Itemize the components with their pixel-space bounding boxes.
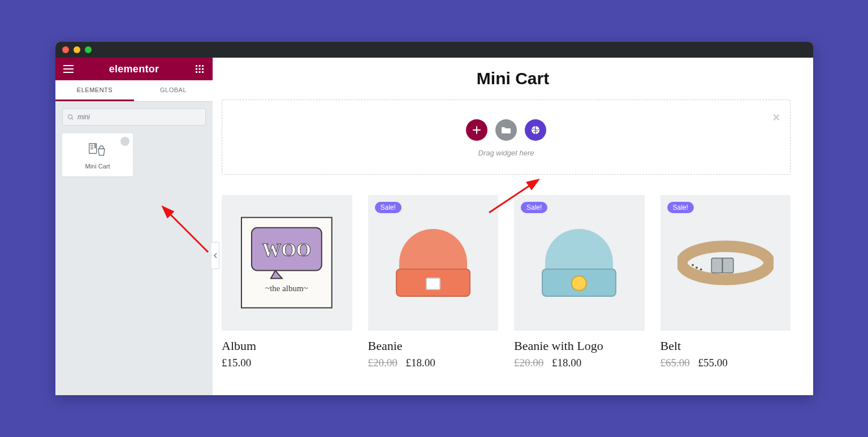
sidebar-header: elementor (55, 58, 213, 80)
search-input[interactable] (77, 113, 201, 121)
sidebar-tabs: ELEMENTS GLOBAL (55, 80, 213, 102)
svg-point-9 (68, 114, 72, 118)
beanie-illustration (399, 229, 467, 297)
window-titlebar (55, 42, 813, 58)
product-price: £15.00 (222, 357, 352, 369)
price-current: £55.00 (698, 357, 728, 369)
price-current: £15.00 (222, 357, 251, 369)
product-thumbnail: Sale! (660, 195, 791, 331)
svg-text:~the album~: ~the album~ (265, 284, 308, 293)
page-title: Mini Cart (213, 58, 813, 96)
widget-label: Mini Cart (67, 163, 128, 170)
product-card[interactable]: Sale! Beanie with Logo £20.00 £18.00 (514, 195, 645, 369)
product-card[interactable]: Sale! Belt £65.00 £55.00 (660, 195, 791, 369)
price-current: £18.00 (552, 357, 581, 369)
widget-mini-cart[interactable]: Mini Cart (62, 133, 133, 176)
svg-rect-3 (196, 68, 197, 70)
svg-point-12 (94, 145, 95, 145)
svg-rect-4 (198, 68, 200, 70)
svg-rect-7 (198, 71, 200, 73)
svg-rect-2 (202, 65, 204, 67)
svg-rect-0 (196, 65, 197, 67)
svg-point-13 (94, 146, 95, 146)
svg-line-10 (72, 118, 74, 120)
price-old: £20.00 (514, 357, 543, 369)
product-thumbnail: Sale! (514, 195, 645, 331)
brand-logo: elementor (109, 63, 159, 75)
product-price: £65.00 £55.00 (660, 357, 791, 369)
close-icon[interactable]: × (772, 110, 780, 125)
content-area: elementor ELEMENTS GLOBAL (55, 58, 813, 395)
product-price: £20.00 £18.00 (368, 357, 499, 369)
mini-cart-icon (67, 142, 128, 157)
sidebar-body: Mini Cart (55, 102, 213, 183)
maximize-window-icon[interactable] (85, 46, 92, 53)
product-thumbnail: Sale! (368, 195, 499, 331)
plus-icon (472, 126, 481, 135)
svg-point-27 (696, 267, 698, 269)
add-template-button[interactable] (495, 119, 517, 141)
svg-rect-8 (202, 71, 204, 73)
editor-sidebar: elementor ELEMENTS GLOBAL (55, 58, 213, 395)
svg-point-26 (700, 269, 702, 271)
product-price: £20.00 £18.00 (514, 357, 645, 369)
collapse-sidebar-button[interactable] (211, 242, 219, 269)
svg-rect-5 (202, 68, 204, 70)
search-widget-field[interactable] (62, 109, 206, 126)
editor-canvas: Mini Cart × Drag widget here (213, 58, 813, 395)
svg-rect-1 (198, 65, 200, 67)
price-old: £65.00 (660, 357, 690, 369)
search-icon (67, 114, 74, 121)
global-widget-button[interactable] (525, 119, 546, 141)
add-section-button[interactable] (466, 119, 487, 141)
globe-icon (530, 125, 541, 135)
svg-text:WOO: WOO (262, 239, 312, 260)
product-name: Beanie with Logo (514, 339, 645, 353)
product-card[interactable]: Sale! Beanie £20.00 £18.00 (368, 195, 499, 369)
drop-hint-text: Drag widget here (231, 149, 781, 157)
svg-rect-6 (196, 71, 197, 73)
product-grid: WOO ~the album~ Album £15.00 Sale! (213, 179, 813, 369)
pro-badge-icon (120, 137, 129, 146)
beanie-logo-illustration (545, 229, 613, 297)
sale-badge: Sale! (667, 202, 694, 213)
product-thumbnail: WOO ~the album~ (222, 195, 352, 331)
price-current: £18.00 (406, 357, 435, 369)
svg-point-28 (692, 264, 694, 266)
close-window-icon[interactable] (62, 46, 69, 53)
drop-action-row (231, 119, 781, 141)
price-old: £20.00 (368, 357, 398, 369)
product-name: Belt (660, 339, 791, 353)
tab-global[interactable]: GLOBAL (134, 80, 213, 101)
tab-elements[interactable]: ELEMENTS (55, 80, 134, 101)
sale-badge: Sale! (375, 202, 401, 213)
apps-grid-icon[interactable] (193, 63, 206, 75)
product-card[interactable]: WOO ~the album~ Album £15.00 (222, 195, 352, 369)
belt-illustration (677, 237, 774, 288)
folder-icon (501, 126, 511, 134)
product-name: Beanie (368, 339, 499, 353)
album-illustration: WOO ~the album~ (236, 210, 338, 315)
minimize-window-icon[interactable] (74, 46, 80, 53)
menu-icon[interactable] (62, 63, 75, 75)
svg-point-14 (94, 147, 95, 148)
sale-badge: Sale! (521, 202, 547, 213)
product-name: Album (222, 339, 352, 353)
chevron-left-icon (214, 253, 217, 258)
drop-zone[interactable]: × Drag widget here (222, 99, 791, 175)
app-window: elementor ELEMENTS GLOBAL (55, 42, 813, 395)
